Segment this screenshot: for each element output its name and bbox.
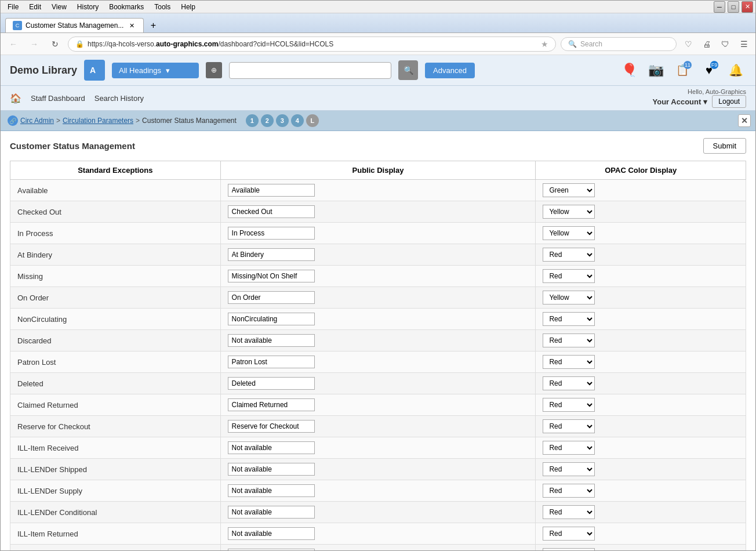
color-select[interactable]: GreenYellowRedBlueOrangeGray <box>543 226 595 240</box>
color-select[interactable]: GreenYellowRedBlueOrangeGray <box>543 334 595 347</box>
status-label: In Process <box>10 223 221 244</box>
public-display-input[interactable] <box>228 356 315 368</box>
balloon-icon[interactable]: 🎈 <box>619 60 639 81</box>
color-select[interactable]: GreenYellowRedBlueOrangeGray <box>543 376 595 390</box>
new-tab-button[interactable]: + <box>146 19 160 32</box>
print-icon[interactable]: 🖨 <box>700 37 714 51</box>
nav-search-history[interactable]: Search History <box>94 94 144 103</box>
close-button[interactable]: ✕ <box>742 1 753 13</box>
url-bar[interactable]: 🔒 https://qa-hcols-verso.auto-graphics.c… <box>68 37 556 52</box>
public-display-input[interactable] <box>228 205 315 218</box>
menu-edit[interactable]: Edit <box>24 2 46 12</box>
color-select[interactable]: GreenYellowRedBlueOrangeGray <box>543 505 595 519</box>
user-section: Hello, Auto-Graphics Your Account ▾ Logo… <box>653 88 746 108</box>
color-select[interactable]: GreenYellowRedBlueOrangeGray <box>543 441 595 455</box>
color-select[interactable]: GreenYellowRedBlueOrangeGray <box>543 183 595 197</box>
refresh-button[interactable]: ↻ <box>47 36 63 52</box>
active-tab[interactable]: C Customer Status Managemen... ✕ <box>5 18 144 32</box>
status-label: Claimed Returned <box>10 394 221 416</box>
submit-button[interactable]: Submit <box>703 138 746 154</box>
logout-button[interactable]: Logout <box>712 95 746 108</box>
heading-select[interactable]: All Headings ▾ <box>112 63 199 78</box>
step-2-button[interactable]: 2 <box>261 114 274 127</box>
color-select[interactable]: GreenYellowRedBlueOrangeGray <box>543 419 595 433</box>
account-chevron-icon: ▾ <box>703 97 707 106</box>
public-display-input[interactable] <box>228 398 315 411</box>
minimize-button[interactable]: ─ <box>714 1 725 13</box>
step-l-button[interactable]: L <box>306 114 319 127</box>
menu-help[interactable]: Help <box>176 2 200 12</box>
color-select[interactable]: GreenYellowRedBlueOrangeGray <box>543 312 595 326</box>
menu-tools[interactable]: Tools <box>150 2 175 12</box>
public-display-input[interactable] <box>228 184 315 197</box>
camera-icon[interactable]: 📷 <box>645 60 666 81</box>
bookmarks-icon[interactable]: ♡ <box>681 37 695 51</box>
app-nav: 🏠 Staff Dashboard Search History Hello, … <box>1 86 755 111</box>
color-select[interactable]: GreenYellowRedBlueOrangeGray <box>543 269 595 283</box>
heart-icon[interactable]: ♥ F9 <box>699 60 719 81</box>
color-select[interactable]: GreenYellowRedBlueOrangeGray <box>543 291 595 304</box>
public-display-input[interactable] <box>228 484 315 497</box>
back-button[interactable]: ← <box>5 36 21 52</box>
breadcrumb-circulation-params[interactable]: Circulation Parameters <box>63 117 133 125</box>
bell-icon[interactable]: 🔔 <box>725 60 746 81</box>
public-display-input[interactable] <box>228 270 315 282</box>
menu-history[interactable]: History <box>72 2 103 12</box>
menu-bookmarks[interactable]: Bookmarks <box>104 2 148 12</box>
shield-icon[interactable]: 🛡 <box>718 37 732 51</box>
forward-button[interactable]: → <box>26 36 42 52</box>
database-icon[interactable]: ⊕ <box>206 62 222 78</box>
browser-search-bar[interactable]: 🔍 Search <box>561 37 677 51</box>
public-display-cell <box>220 287 536 309</box>
your-account-dropdown[interactable]: Your Account ▾ <box>653 97 708 106</box>
heading-icon[interactable]: A <box>84 60 105 81</box>
public-display-input[interactable] <box>228 441 315 454</box>
public-display-input[interactable] <box>228 334 315 347</box>
color-display-cell: GreenYellowRedBlueOrangeGray <box>536 459 746 480</box>
step-buttons: 1 2 3 4 L <box>246 114 319 127</box>
step-3-button[interactable]: 3 <box>276 114 289 127</box>
breadcrumb-icon: 🔗 <box>8 115 18 126</box>
color-select[interactable]: GreenYellowRedBlueOrangeGray <box>543 355 595 369</box>
search-button[interactable]: 🔍 <box>398 60 418 80</box>
table-row: Claimed ReturnedGreenYellowRedBlueOrange… <box>10 394 746 416</box>
address-bar: ← → ↻ 🔒 https://qa-hcols-verso.auto-grap… <box>1 33 755 55</box>
color-select[interactable]: GreenYellowRedBlueOrangeGray <box>543 484 595 498</box>
color-select[interactable]: GreenYellowRedBlueOrangeGray <box>543 205 595 219</box>
step-4-button[interactable]: 4 <box>291 114 304 127</box>
public-display-input[interactable] <box>228 506 315 519</box>
public-display-input[interactable] <box>228 527 315 540</box>
url-text: https://qa-hcols-verso.auto-graphics.com… <box>88 40 537 48</box>
search-input[interactable] <box>229 62 391 79</box>
color-select[interactable]: GreenYellowRedBlueOrangeGray <box>543 527 595 541</box>
menu-icon[interactable]: ☰ <box>737 37 751 51</box>
public-display-input[interactable] <box>228 248 315 261</box>
page-title: Customer Status Management <box>10 141 135 151</box>
main-content: Customer Status Management Submit Standa… <box>1 131 755 550</box>
list-icon[interactable]: 📋 11 <box>672 60 693 81</box>
public-display-input[interactable] <box>228 227 315 240</box>
public-display-input[interactable] <box>228 313 315 325</box>
advanced-button[interactable]: Advanced <box>425 63 475 78</box>
nav-staff-dashboard[interactable]: Staff Dashboard <box>31 94 85 103</box>
public-display-input[interactable] <box>228 463 315 476</box>
maximize-button[interactable]: □ <box>728 1 739 13</box>
col-opac: OPAC Color Display <box>536 161 746 180</box>
public-display-input[interactable] <box>228 549 315 550</box>
step-1-button[interactable]: 1 <box>246 114 259 127</box>
home-icon[interactable]: 🏠 <box>10 93 21 104</box>
color-select[interactable]: GreenYellowRedBlueOrangeGray <box>543 548 595 550</box>
breadcrumb-close-button[interactable]: ✕ <box>738 114 751 127</box>
color-display-cell: GreenYellowRedBlueOrangeGray <box>536 244 746 266</box>
menu-view[interactable]: View <box>47 2 71 12</box>
color-select[interactable]: GreenYellowRedBlueOrangeGray <box>543 248 595 262</box>
public-display-input[interactable] <box>228 420 315 433</box>
public-display-input[interactable] <box>228 377 315 390</box>
tab-close-button[interactable]: ✕ <box>127 21 136 30</box>
color-select[interactable]: GreenYellowRedBlueOrangeGray <box>543 462 595 476</box>
public-display-cell <box>220 201 536 223</box>
breadcrumb-circ-admin[interactable]: Circ Admin <box>20 117 54 125</box>
menu-file[interactable]: File <box>3 2 23 12</box>
public-display-input[interactable] <box>228 291 315 304</box>
color-select[interactable]: GreenYellowRedBlueOrangeGray <box>543 398 595 412</box>
